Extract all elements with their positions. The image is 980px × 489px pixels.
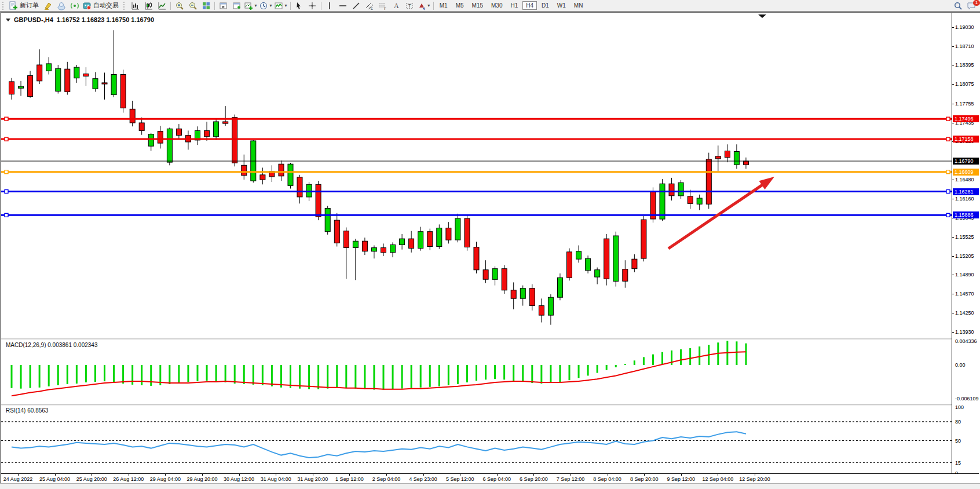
time-tick-mark: [165, 474, 166, 476]
timeframe-button-m5[interactable]: M5: [452, 1, 467, 10]
rsi-series: [1, 422, 952, 463]
price-tick-label: 1.14570: [955, 291, 974, 297]
price-tick-label: 1.16160: [955, 196, 974, 202]
timeframe-button-m30[interactable]: M30: [488, 1, 506, 10]
new-chart-button[interactable]: ▼: [243, 1, 258, 11]
chart-shift-marker-icon[interactable]: [758, 14, 766, 18]
timeframe-button-m1[interactable]: M1: [436, 1, 451, 10]
label-tool[interactable]: T: [403, 1, 416, 11]
search-icon[interactable]: [951, 1, 964, 11]
price-tick-mark: [952, 123, 954, 123]
vertical-line-tool[interactable]: [323, 1, 337, 11]
line-handle[interactable]: [5, 170, 8, 174]
toolbar-separator: [433, 2, 434, 10]
chart-plot[interactable]: [1, 13, 979, 484]
zoom-out-button[interactable]: [186, 1, 199, 11]
chart-symbol: GBPUSD-,H4: [14, 16, 53, 23]
window-list-button[interactable]: [217, 1, 230, 11]
timeframe-button-h1[interactable]: H1: [507, 1, 521, 10]
chart-ohlc-values: 1.16752 1.16823 1.16750 1.16790: [57, 16, 154, 23]
price-tick-label: 1.19030: [955, 24, 974, 30]
macd-axis-label: -0.006109: [955, 396, 979, 402]
time-tick-label: 2 Sep 04:00: [372, 476, 401, 482]
price-tick-mark: [952, 332, 954, 333]
candle-chart-button[interactable]: [142, 1, 155, 11]
time-tick-mark: [533, 474, 534, 476]
toolbar-separator: [170, 2, 171, 10]
time-tick-mark: [571, 474, 571, 476]
crosshair-tool-button[interactable]: [306, 1, 319, 11]
time-tick-mark: [608, 474, 608, 476]
arrows-tool[interactable]: ▼: [416, 1, 432, 11]
period-button[interactable]: ▼: [258, 1, 273, 11]
chat-icon[interactable]: 1: [964, 1, 978, 11]
line-handle[interactable]: [5, 117, 8, 121]
time-tick-mark: [349, 474, 350, 476]
timeframe-button-h4[interactable]: H4: [522, 1, 537, 10]
highlighter-icon[interactable]: [41, 1, 54, 11]
rsi-axis-label: 100: [955, 404, 964, 410]
svg-text:A: A: [394, 2, 399, 10]
time-tick-mark: [92, 474, 92, 476]
cursor-tool-button[interactable]: [292, 1, 306, 11]
hline-price-badge: 1.17158: [953, 136, 979, 143]
time-tick-label: 6 Sep 20:00: [520, 476, 548, 482]
time-tick-label: 26 Aug 12:00: [113, 476, 144, 482]
timeframe-button-d1[interactable]: D1: [538, 1, 553, 10]
tile-windows-button[interactable]: [199, 1, 213, 11]
price-tick-mark: [952, 256, 954, 257]
indicators-button[interactable]: ▼: [273, 1, 288, 11]
time-tick-mark: [18, 474, 19, 476]
price-tick-mark: [952, 104, 954, 104]
fibonacci-tool[interactable]: F: [376, 1, 390, 11]
line-handle[interactable]: [5, 137, 8, 141]
trend-arrow-head: [759, 177, 774, 189]
hline-price-badge: 1.16609: [953, 169, 979, 176]
time-tick-mark: [129, 474, 129, 476]
time-tick-mark: [755, 474, 755, 476]
mt4-window: 新订单自动交易▼▼▼EFAT▼M1M5M15M30H1H4D1W1MN1 GBP…: [0, 0, 980, 489]
line-handle[interactable]: [946, 170, 950, 174]
time-tick-label: 29 Aug 04:00: [150, 476, 181, 482]
text-tool[interactable]: A: [390, 1, 403, 11]
price-tick-mark: [952, 65, 954, 65]
zoom-in-button[interactable]: [173, 1, 186, 11]
trendline-tool[interactable]: [350, 1, 363, 11]
autotrade-button[interactable]: 自动交易: [81, 1, 121, 11]
price-axis[interactable]: 1.190301.187101.183951.180751.177551.174…: [952, 13, 979, 473]
price-tick-mark: [952, 84, 954, 85]
price-tick-mark: [952, 275, 954, 275]
signal-icon[interactable]: [68, 1, 81, 11]
time-tick-mark: [681, 474, 682, 476]
price-tick-label: 1.17755: [955, 101, 974, 107]
time-tick-label: 12 Sep 04:00: [703, 476, 734, 482]
price-tick-label: 1.15525: [955, 234, 974, 240]
line-handle[interactable]: [5, 213, 8, 217]
time-tick-label: 9 Sep 12:00: [667, 476, 696, 482]
timeframe-button-mn[interactable]: MN: [571, 1, 587, 10]
bar-chart-button[interactable]: [129, 1, 142, 11]
svg-text:T: T: [408, 3, 412, 9]
line-handle[interactable]: [946, 117, 950, 121]
line-handle[interactable]: [5, 190, 8, 194]
symbol-dropdown-icon[interactable]: [6, 19, 10, 21]
line-handle[interactable]: [946, 190, 950, 194]
line-handle[interactable]: [946, 137, 950, 141]
timeframe-button-w1[interactable]: W1: [554, 1, 569, 10]
line-chart-button[interactable]: [155, 1, 169, 11]
chart-window[interactable]: GBPUSD-,H4 1.16752 1.16823 1.16750 1.167…: [0, 12, 980, 485]
new-window-button[interactable]: [230, 1, 243, 11]
time-tick-label: 8 Sep 20:00: [630, 476, 659, 482]
time-tick-label: 31 Aug 20:00: [297, 476, 328, 482]
price-tick-mark: [952, 27, 954, 28]
channel-tool[interactable]: E: [363, 1, 376, 11]
line-handle[interactable]: [946, 213, 950, 217]
timeframe-button-m15[interactable]: M15: [469, 1, 487, 10]
time-tick-mark: [423, 474, 424, 476]
time-tick-label: 25 Aug 20:00: [76, 476, 107, 482]
price-tick-label: 1.18075: [955, 81, 974, 87]
community-icon[interactable]: [54, 1, 68, 11]
time-tick-label: 1 Sep 12:00: [335, 476, 364, 482]
horizontal-line-tool[interactable]: [337, 1, 350, 11]
new-order-button[interactable]: 新订单: [8, 1, 41, 11]
